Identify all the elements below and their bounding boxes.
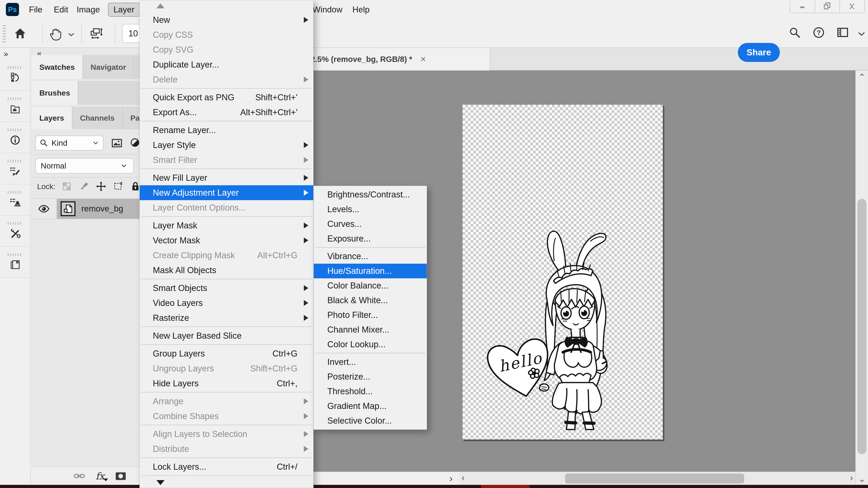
help-icon[interactable]: ? [812, 26, 826, 40]
lock-image-pixels-icon[interactable] [78, 181, 90, 192]
tab-swatches[interactable]: Swatches [32, 55, 83, 79]
scroll-left-icon[interactable]: ‹ [462, 473, 465, 483]
menu-item-color-balance[interactable]: Color Balance... [314, 278, 427, 293]
menu-item-color-lookup[interactable]: Color Lookup... [314, 337, 427, 352]
menu-item-create-clipping-mask[interactable]: Create Clipping MaskAlt+Ctrl+G [140, 248, 313, 263]
dock-panel-history[interactable] [0, 60, 30, 91]
menu-item-video-layers[interactable]: Video Layers [140, 295, 313, 311]
menu-layer[interactable]: Layer [108, 3, 140, 17]
menu-item-channel-mixer[interactable]: Channel Mixer... [314, 322, 427, 337]
menu-item-rename-layer[interactable]: Rename Layer... [140, 123, 313, 138]
menu-item-new-adjustment-layer[interactable]: New Adjustment Layer [140, 185, 313, 200]
chevron-down-icon[interactable] [67, 30, 76, 39]
menu-item-smart-filter[interactable]: Smart Filter [140, 153, 313, 167]
screen-size-icon[interactable] [90, 27, 104, 41]
menu-item-lock-layers[interactable]: Lock Layers...Ctrl+/ [140, 459, 313, 474]
lock-transparent-pixels-icon[interactable] [61, 181, 72, 192]
tab-layers[interactable]: Layers [32, 107, 72, 129]
close-button[interactable] [839, 0, 865, 13]
menu-item-smart-objects[interactable]: Smart Objects [140, 281, 313, 295]
menu-item-new-layer-based-slice[interactable]: New Layer Based Slice [140, 328, 313, 343]
menu-item-mask-all-objects[interactable]: Mask All Objects [140, 263, 313, 278]
status-expand-icon[interactable]: › [450, 473, 453, 484]
menu-item-photo-filter[interactable]: Photo Filter... [314, 308, 427, 322]
menu-file[interactable]: File [28, 0, 44, 20]
link-layers-icon[interactable] [73, 470, 86, 482]
restore-button[interactable] [815, 0, 840, 13]
menu-item-quick-export-as-png[interactable]: Quick Export as PNGShift+Ctrl+' [140, 90, 313, 105]
menu-item-duplicate-layer[interactable]: Duplicate Layer... [140, 57, 313, 72]
options-bar-grip[interactable] [3, 24, 6, 42]
dock-panel-clone-source[interactable] [0, 184, 30, 216]
menu-item-invert[interactable]: Invert... [314, 355, 427, 369]
menu-item-brightness-contrast[interactable]: Brightness/Contrast... [314, 187, 427, 202]
menu-item-levels[interactable]: Levels... [314, 202, 427, 217]
menu-scroll-up-icon[interactable] [156, 3, 164, 8]
horizontal-scrollbar-thumb[interactable] [565, 474, 744, 484]
menu-edit[interactable]: Edit [53, 0, 70, 20]
menu-item-posterize[interactable]: Posterize... [314, 369, 427, 384]
filter-image-icon[interactable] [111, 137, 123, 149]
expand-dock-button[interactable]: » [4, 49, 7, 59]
menu-item-gradient-map[interactable]: Gradient Map... [314, 399, 427, 414]
menu-item-distribute[interactable]: Distribute [140, 442, 313, 456]
menu-item-black-white[interactable]: Black & White... [314, 293, 427, 308]
menu-image[interactable]: Image [75, 0, 101, 20]
menu-item-arrange[interactable]: Arrange [140, 394, 313, 409]
menu-item-hue-saturation[interactable]: Hue/Saturation... [314, 264, 427, 278]
menu-window[interactable]: Window [311, 0, 344, 20]
menu-scroll-down-icon[interactable] [156, 480, 164, 485]
tab-channels[interactable]: Channels [72, 107, 123, 129]
menu-item-hide-layers[interactable]: Hide LayersCtrl+, [140, 376, 313, 391]
chevron-down-icon[interactable] [856, 29, 867, 39]
share-button[interactable]: Share [738, 43, 780, 62]
menu-help[interactable]: Help [351, 0, 371, 20]
menu-item-combine-shapes[interactable]: Combine Shapes [140, 409, 313, 424]
search-icon[interactable] [788, 26, 802, 40]
scroll-right-icon[interactable]: › [850, 473, 853, 483]
tab-brushes[interactable]: Brushes [32, 81, 78, 105]
layer-row-body[interactable]: remove_bg [57, 199, 140, 219]
layer-filter-kind-select[interactable]: Kind [35, 135, 103, 151]
minimize-button[interactable] [790, 0, 815, 13]
layer-row-remove-bg[interactable]: remove_bg [31, 198, 140, 219]
menu-item-vector-mask[interactable]: Vector Mask [140, 233, 313, 248]
menu-item-layer-style[interactable]: Layer Style [140, 138, 313, 153]
menu-item-curves[interactable]: Curves... [314, 217, 427, 231]
vertical-scrollbar[interactable]: ⌃ ⌄ [855, 70, 868, 485]
tab-path[interactable]: Path [123, 107, 140, 129]
dock-panel-photo-album[interactable] [0, 247, 30, 278]
hand-tool-icon[interactable] [48, 27, 62, 41]
menu-item-ungroup-layers[interactable]: Ungroup LayersShift+Ctrl+G [140, 361, 313, 376]
menu-item-new-fill-layer[interactable]: New Fill Layer [140, 170, 313, 185]
tab-navigator[interactable]: Navigator [83, 55, 134, 79]
menu-item-layer-content-options[interactable]: Layer Content Options... [140, 200, 313, 215]
blend-mode-select[interactable]: Normal [35, 158, 134, 173]
document-canvas[interactable]: hello [462, 104, 663, 440]
menu-item-vibrance[interactable]: Vibrance... [314, 249, 427, 264]
dock-panel-info[interactable] [0, 122, 30, 153]
dock-panel-tools[interactable] [0, 216, 30, 247]
home-icon[interactable] [13, 27, 27, 41]
menu-item-align-layers-to-selection[interactable]: Align Layers to Selection [140, 427, 313, 442]
layer-visibility-toggle[interactable] [31, 199, 57, 219]
lock-position-icon[interactable] [95, 181, 107, 192]
menu-item-copy-svg[interactable]: Copy SVG [140, 42, 313, 57]
menu-item-new[interactable]: New [140, 12, 313, 27]
menu-item-delete[interactable]: Delete [140, 72, 313, 87]
menu-item-threshold[interactable]: Threshold... [314, 384, 427, 399]
menu-item-selective-color[interactable]: Selective Color... [314, 414, 427, 428]
menu-item-export-as[interactable]: Export As...Alt+Shift+Ctrl+' [140, 105, 313, 120]
menu-item-group-layers[interactable]: Group LayersCtrl+G [140, 346, 313, 361]
menu-item-rasterize[interactable]: Rasterize [140, 311, 313, 325]
lock-artboard-icon[interactable] [113, 181, 124, 192]
horizontal-scrollbar[interactable]: ‹ › [459, 472, 855, 485]
vertical-scrollbar-thumb[interactable] [857, 199, 866, 454]
scroll-up-icon[interactable]: ⌃ [858, 72, 866, 82]
menu-item-exposure[interactable]: Exposure... [314, 231, 427, 246]
menu-item-copy-css[interactable]: Copy CSS [140, 27, 313, 42]
add-mask-icon[interactable] [114, 470, 127, 482]
workspace-icon[interactable] [836, 26, 850, 40]
dock-panel-brush-settings[interactable] [0, 153, 30, 184]
menu-item-layer-mask[interactable]: Layer Mask [140, 218, 313, 233]
